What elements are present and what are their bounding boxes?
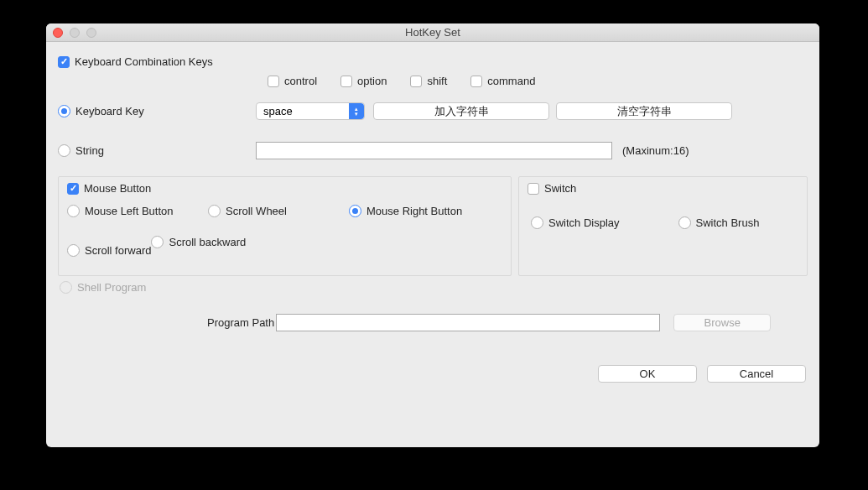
- dialog-footer: OK Cancel: [58, 365, 808, 383]
- mouse-panel-label: Mouse Button: [84, 182, 151, 195]
- shell-label: Shell Program: [77, 281, 146, 294]
- keyboard-key-row: Keyboard Key space 加入字符串 清空字符串: [58, 102, 808, 120]
- window-title: HotKey Set: [46, 26, 819, 39]
- control-label: control: [284, 75, 317, 87]
- mouse-left-label: Mouse Left Button: [85, 205, 174, 217]
- maximize-icon: [86, 28, 96, 38]
- option-checkbox[interactable]: [340, 76, 352, 87]
- key-select-value: space: [263, 105, 293, 117]
- shell-radio: [60, 281, 72, 294]
- string-label: String: [75, 144, 104, 157]
- mouse-checkbox[interactable]: [67, 183, 79, 195]
- option-label: option: [357, 75, 387, 87]
- switch-display-option[interactable]: Switch Display: [531, 216, 620, 229]
- close-icon[interactable]: [53, 28, 63, 38]
- string-input[interactable]: [256, 142, 612, 159]
- clear-string-button[interactable]: 清空字符串: [556, 102, 732, 120]
- combo-label: Keyboard Combination Keys: [75, 55, 213, 68]
- mouse-left-radio[interactable]: [67, 205, 80, 217]
- switch-display-label: Switch Display: [548, 216, 620, 229]
- switch-panel: Switch Switch Display Switch Brush: [518, 176, 808, 276]
- shell-row: Shell Program: [58, 281, 808, 294]
- command-label: command: [487, 75, 535, 87]
- modifier-command[interactable]: command: [470, 75, 535, 87]
- hotkey-set-dialog: HotKey Set Keyboard Combination Keys con…: [46, 23, 819, 447]
- mouse-right-option[interactable]: Mouse Right Button: [349, 205, 462, 217]
- switch-brush-radio[interactable]: [678, 216, 691, 229]
- mouse-left-option[interactable]: Mouse Left Button: [67, 205, 208, 217]
- scroll-forward-option[interactable]: Scroll forward: [67, 236, 151, 265]
- program-path-label: Program Path: [207, 316, 274, 329]
- string-radio[interactable]: [58, 144, 70, 157]
- modifier-option[interactable]: option: [340, 75, 387, 87]
- mouse-options: Mouse Left Button Scroll Wheel Mouse Rig…: [67, 205, 502, 267]
- modifier-shift[interactable]: shift: [410, 75, 447, 87]
- ok-button[interactable]: OK: [598, 365, 697, 383]
- keyboard-key-radio[interactable]: [58, 105, 70, 117]
- combo-checkbox[interactable]: [58, 56, 70, 68]
- cancel-button[interactable]: Cancel: [707, 365, 806, 383]
- select-stepper-icon[interactable]: [349, 103, 364, 119]
- switch-panel-label: Switch: [544, 182, 576, 195]
- program-path-input[interactable]: [276, 314, 660, 331]
- traffic-lights: [46, 28, 96, 38]
- program-path-row: Program Path Browse: [207, 314, 808, 331]
- scroll-backward-radio[interactable]: [151, 236, 164, 248]
- scroll-backward-label: Scroll backward: [169, 236, 246, 248]
- switch-options: Switch Display Switch Brush: [528, 216, 798, 229]
- scroll-wheel-radio[interactable]: [208, 205, 221, 217]
- keyboard-key-label: Keyboard Key: [75, 105, 144, 117]
- string-radio-group[interactable]: String: [58, 144, 242, 157]
- keyboard-key-radio-group[interactable]: Keyboard Key: [58, 105, 242, 117]
- scroll-forward-radio[interactable]: [67, 244, 80, 257]
- browse-button: Browse: [673, 314, 771, 331]
- scroll-wheel-option[interactable]: Scroll Wheel: [208, 205, 349, 217]
- mouse-panel: Mouse Button Mouse Left Button Scroll Wh…: [58, 176, 512, 276]
- titlebar: HotKey Set: [46, 23, 819, 42]
- command-checkbox[interactable]: [470, 76, 482, 87]
- mouse-right-label: Mouse Right Button: [366, 205, 462, 217]
- modifiers-row: control option shift command: [268, 75, 808, 87]
- mouse-right-radio[interactable]: [349, 205, 361, 217]
- string-hint: (Maxinum:16): [622, 144, 689, 157]
- scroll-wheel-label: Scroll Wheel: [226, 205, 287, 217]
- key-select[interactable]: space: [256, 102, 365, 120]
- shift-label: shift: [427, 75, 447, 87]
- combo-row: Keyboard Combination Keys: [58, 55, 808, 68]
- modifier-control[interactable]: control: [268, 75, 317, 87]
- control-checkbox[interactable]: [268, 76, 279, 87]
- switch-display-radio[interactable]: [531, 216, 543, 229]
- switch-brush-label: Switch Brush: [696, 216, 760, 229]
- add-string-button[interactable]: 加入字符串: [373, 102, 549, 120]
- switch-checkbox[interactable]: [528, 183, 539, 195]
- panel-row: Mouse Button Mouse Left Button Scroll Wh…: [58, 176, 808, 276]
- switch-brush-option[interactable]: Switch Brush: [678, 216, 760, 229]
- scroll-forward-label: Scroll forward: [85, 244, 151, 257]
- minimize-icon: [70, 28, 80, 38]
- string-row: String (Maxinum:16): [58, 142, 808, 159]
- dialog-content: Keyboard Combination Keys control option…: [46, 42, 819, 394]
- scroll-backward-option[interactable]: Scroll backward: [151, 236, 246, 248]
- shift-checkbox[interactable]: [410, 76, 422, 87]
